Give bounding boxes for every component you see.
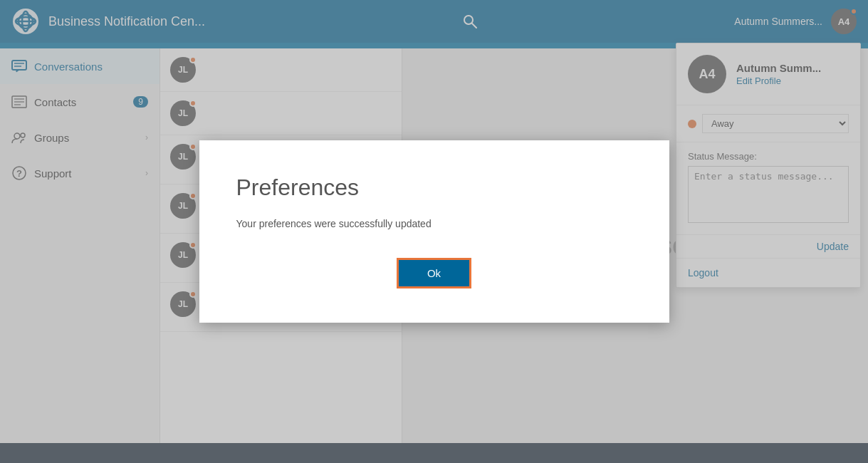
- modal-ok-button[interactable]: Ok: [397, 258, 471, 288]
- app-container: Business Notification Cen... Autumn Summ…: [0, 0, 868, 463]
- preferences-modal: Preferences Your preferences were succes…: [199, 140, 669, 323]
- modal-title: Preferences: [236, 175, 632, 201]
- modal-message: Your preferences were successfully updat…: [236, 218, 632, 229]
- modal-overlay: Preferences Your preferences were succes…: [0, 0, 868, 463]
